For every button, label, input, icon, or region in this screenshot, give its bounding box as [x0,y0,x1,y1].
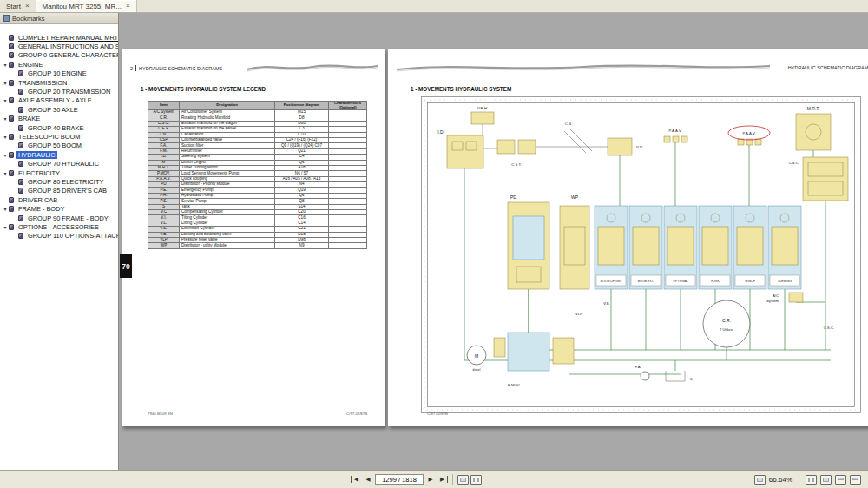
status-toolbar: ◀ ◀ 1299 / 1818 ▶ ▶ 66.64% [0,470,868,488]
collapse-arrow-icon[interactable]: ▾ [2,97,9,103]
cylinder-section: BOOM LIFTING [595,206,628,289]
bookmark-label[interactable]: GROUP 10 ENGINE [26,69,89,77]
bookmark-item[interactable]: GROUP 70 HYDRAULIC [0,159,118,168]
facing-pages-view-icon[interactable] [470,475,482,485]
bookmark-label[interactable]: HYDRAULIC [16,151,57,159]
page-number-field[interactable]: 1299 / 1818 [375,474,424,485]
document-viewer[interactable]: 2 HYDRAULIC SCHEMATIC DIAGRAMS 1 - MOVEM… [119,13,868,470]
bookmark-item[interactable]: GROUP 10 ENGINE [0,69,118,78]
cylinder-section: WINCH [733,206,766,289]
bookmark-item[interactable]: ▾AXLE ASSEMBLY - AXLE [0,96,118,105]
bookmark-item[interactable]: GROUP 40 BRAKE [0,123,118,132]
bookmark-item[interactable]: DRIVER CAB [0,195,118,204]
bookmark-label[interactable]: FRAME - BODY [16,205,66,213]
last-page-button[interactable]: ▶ [437,476,448,483]
bookmark-item[interactable]: ▾FRAME - BODY [0,204,118,213]
bookmark-label[interactable]: GROUP 50 BOOM [26,142,83,149]
bookmark-label[interactable]: GROUP 110 OPTIONS-ATTACHME... [26,232,118,240]
prev-page-button[interactable]: ◀ [363,476,373,483]
canalization-symbol: C.N. [564,122,592,153]
bookmark-label[interactable]: GROUP 70 HYDRAULIC [26,160,101,168]
bookmark-icon [9,224,14,230]
bookmark-item[interactable]: GROUP 85 DRIVER'S CAB [0,187,118,195]
tab-document[interactable]: Manitou MRT 3255, MR... × [36,0,137,12]
tab-close-icon[interactable]: × [25,3,30,10]
bookmark-label[interactable]: GROUP 80 ELECTRICITY [26,178,105,186]
legend-table-body: A/C SystemAir Conditioner SystemM15C.R.R… [148,110,367,249]
bookmark-label[interactable]: ENGINE [16,61,44,69]
actual-size-icon[interactable] [754,475,766,485]
bookmark-item[interactable]: GROUP 20 TRANSMISSION [0,87,118,96]
collapse-arrow-icon[interactable]: ▾ [2,134,9,140]
footer-code: 7946-M109 EN [148,412,173,416]
next-page-button[interactable]: ▶ [425,476,436,483]
bookmarks-panel-header: Bookmarks [0,13,118,24]
utility-distributor: WP [560,195,589,289]
collapse-arrow-icon[interactable]: ▾ [2,170,9,176]
bookmark-item[interactable]: ▾HYDRAULIC [0,150,118,159]
legend-table: ItemDesignationPosition on diagramCharac… [148,101,367,249]
bookmark-item[interactable]: ▾ENGINE [0,60,118,69]
bookmark-label[interactable]: TRANSMISSION [16,79,69,87]
zoom-level[interactable]: 66.64% [769,476,792,484]
bookmark-item[interactable]: GROUP 80 ELECTRICITY [0,177,118,186]
bookmark-label[interactable]: ELECTRICITY [16,169,62,177]
bookmark-label[interactable]: GROUP 40 BRAKE [26,124,85,132]
reading-mode-icon[interactable] [835,475,846,485]
legend-table-head-row: ItemDesignationPosition on diagramCharac… [148,102,367,110]
bookmarks-list[interactable]: COMPLET REPAIR MANUAL MRT 325...GENERAL … [0,24,118,470]
bookmark-item[interactable]: COMPLET REPAIR MANUAL MRT 325... [0,33,118,42]
bookmark-label[interactable]: DRIVER CAB [16,196,59,204]
collapse-arrow-icon[interactable]: ▾ [2,224,9,230]
collapse-arrow-icon[interactable]: ▾ [2,62,9,68]
bookmark-item[interactable]: GROUP 30 AXLE [0,105,118,114]
single-page-view-icon[interactable] [457,475,469,485]
bookmark-label[interactable]: AXLE ASSEMBLY - AXLE [16,96,94,104]
bookmark-item[interactable]: ▾TELESCOPIC BOOM [0,132,118,141]
bookmark-item[interactable]: ▾BRAKE [0,115,118,123]
bookmark-item[interactable]: GROUP 0 GENERAL CHARACTERS... [0,51,118,60]
bookmark-label[interactable]: GROUP 20 TRANSMISSION [26,88,112,96]
section-title: 1 - MOVEMENTS HYDRAULIC SYSTEM LEGEND [141,86,266,92]
tab-start[interactable]: Start × [0,0,36,12]
diagram-section-label: OPTIONAL [673,280,687,283]
tilt-valve: V.TI. [608,138,643,155]
bookmark-label[interactable]: COMPLET REPAIR MANUAL MRT 325... [16,34,118,42]
fit-width-icon[interactable] [806,475,817,485]
bookmark-label[interactable]: OPTIONS - ACCESSORIES [16,223,101,231]
page-header: 2 HYDRAULIC SCHEMATIC DIAGRAMS [130,65,222,71]
collapse-arrow-icon[interactable]: ▾ [2,206,9,212]
bookmark-label[interactable]: TELESCOPIC BOOM [16,133,82,141]
bookmark-item[interactable]: ▾TRANSMISSION [0,78,118,87]
bookmark-item[interactable]: ▾ELECTRICITY [0,168,118,177]
collapse-arrow-icon[interactable]: ▾ [2,115,9,122]
bookmark-icon [9,35,14,41]
bookmark-item[interactable]: ▾OPTIONS - ACCESSORIES [0,222,118,231]
svg-text:WP: WP [571,195,579,200]
svg-text:7 Utilizz.: 7 Utilizz. [720,327,733,332]
bookmark-item[interactable]: GROUP 90 FRAME - BODY [0,214,118,222]
hydraulic-schematic: I.D. V.R.H. C.S.T. C.N. V.TI. [421,96,861,413]
tab-close-icon[interactable]: × [126,3,130,10]
bookmark-label[interactable]: GROUP 0 GENERAL CHARACTERS... [16,51,118,59]
bookmark-label[interactable]: GENERAL INSTRUCTIONS AND SAFET... [16,43,118,50]
toolbar-separator [799,474,799,485]
bookmark-item[interactable]: GROUP 50 BOOM [0,142,118,150]
first-page-button[interactable]: ◀ [351,476,361,483]
bookmark-label[interactable]: BRAKE [16,115,42,122]
bookmark-label[interactable]: GROUP 90 FRAME - BODY [26,214,110,222]
footer-code: C/97.02/87B [346,412,367,416]
legend-column-header: Designation [180,102,275,110]
bookmark-item[interactable]: GROUP 110 OPTIONS-ATTACHME... [0,232,118,241]
full-screen-icon[interactable] [850,475,861,485]
fit-page-icon[interactable] [820,475,832,485]
page-schematic: HYDRAULIC SCHEMATIC DIAGRAMS 1 - MOVEMEN… [388,49,868,426]
collapse-arrow-icon[interactable]: ▾ [2,80,9,86]
collapse-arrow-icon[interactable]: ▾ [2,152,9,158]
bookmark-label[interactable]: GROUP 30 AXLE [26,106,80,114]
svg-text:F.A.: F.A. [635,365,641,369]
bookmark-item[interactable]: GENERAL INSTRUCTIONS AND SAFET... [0,42,118,50]
steering-unit: I.D. V.R.H. [437,106,494,168]
svg-text:P.A.A.V.: P.A.A.V. [669,129,682,133]
bookmark-label[interactable]: GROUP 85 DRIVER'S CAB [26,187,108,195]
